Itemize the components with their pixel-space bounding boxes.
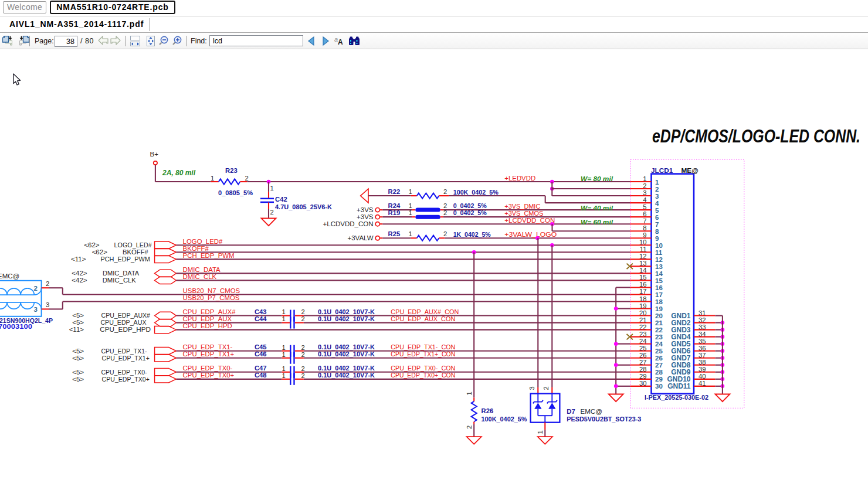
svg-text:0.1U_0402_10V7-K: 0.1U_0402_10V7-K xyxy=(318,372,375,379)
svg-text:1: 1 xyxy=(409,230,412,237)
svg-text:41: 41 xyxy=(699,380,706,387)
svg-text:25: 25 xyxy=(655,348,663,355)
svg-text:R24: R24 xyxy=(388,202,401,209)
svg-text:<5>: <5> xyxy=(72,312,84,319)
svg-text:2: 2 xyxy=(301,315,305,322)
svg-text:PESD5V0U2BT_SOT23-3: PESD5V0U2BT_SOT23-3 xyxy=(567,416,641,423)
svg-text:1: 1 xyxy=(270,185,274,192)
svg-text:ME@: ME@ xyxy=(681,166,699,175)
svg-text:+3VALW_LOGO: +3VALW_LOGO xyxy=(504,231,557,238)
svg-text:CPU_EDP_HPD: CPU_EDP_HPD xyxy=(100,326,151,333)
svg-text:4: 4 xyxy=(655,200,659,207)
svg-text:7: 7 xyxy=(643,217,646,224)
svg-text:CPU_EDP_TX0-: CPU_EDP_TX0- xyxy=(183,365,233,372)
svg-text:C43: C43 xyxy=(255,308,267,315)
svg-text:+3VS_CMOS: +3VS_CMOS xyxy=(504,210,543,217)
svg-text:R19: R19 xyxy=(388,209,401,216)
svg-text:+LCDVDD_CON: +LCDVDD_CON xyxy=(504,217,555,224)
svg-text:1: 1 xyxy=(282,351,286,358)
svg-text:35: 35 xyxy=(699,338,706,345)
svg-text:CPU_EDP_TX0-_CON: CPU_EDP_TX0-_CON xyxy=(391,365,455,372)
svg-text:R25: R25 xyxy=(388,230,401,237)
svg-text:0_0402_5%: 0_0402_5% xyxy=(453,209,487,216)
svg-text:18: 18 xyxy=(655,298,663,305)
svg-text:22: 22 xyxy=(655,326,663,333)
svg-text:CPU_EDP_TX1+_CON: CPU_EDP_TX1+_CON xyxy=(391,350,455,358)
svg-text:32: 32 xyxy=(699,316,706,324)
svg-text:33: 33 xyxy=(699,324,706,331)
svg-text:7: 7 xyxy=(655,221,659,228)
svg-text:JLCD1: JLCD1 xyxy=(651,166,673,175)
svg-text:CPU_EDP_AUX#_CON: CPU_EDP_AUX#_CON xyxy=(391,308,459,315)
svg-text:6: 6 xyxy=(643,210,646,217)
svg-text:EMC@: EMC@ xyxy=(0,273,19,280)
svg-text:R22: R22 xyxy=(388,188,401,195)
svg-text:GND11: GND11 xyxy=(667,382,691,390)
svg-text:6: 6 xyxy=(655,214,659,221)
svg-text:4.7U_0805_25V6-K: 4.7U_0805_25V6-K xyxy=(275,203,333,210)
svg-text:CPU_EDP_AUX: CPU_EDP_AUX xyxy=(183,315,232,322)
svg-text:9: 9 xyxy=(655,235,659,242)
svg-text:12: 12 xyxy=(655,256,663,263)
svg-text:2: 2 xyxy=(34,285,38,292)
svg-text:31: 31 xyxy=(699,309,706,316)
svg-text:10: 10 xyxy=(655,242,663,249)
svg-text:1: 1 xyxy=(282,365,286,372)
svg-text:BKOFF#: BKOFF# xyxy=(123,248,148,256)
svg-text:CPU_EDP_HPD: CPU_EDP_HPD xyxy=(183,322,232,329)
svg-text:26: 26 xyxy=(639,352,647,359)
svg-text:3: 3 xyxy=(34,306,38,313)
svg-text:1: 1 xyxy=(466,392,473,395)
svg-text:CPU_EDP_TX0+: CPU_EDP_TX0+ xyxy=(102,376,150,383)
svg-text:CPU_EDP_TX1+: CPU_EDP_TX1+ xyxy=(183,350,235,358)
svg-text:27: 27 xyxy=(655,362,663,369)
svg-text:13: 13 xyxy=(655,263,663,270)
svg-text:17: 17 xyxy=(655,291,663,298)
svg-text:0.1U_0402_10V7-K: 0.1U_0402_10V7-K xyxy=(318,343,375,350)
svg-text:24: 24 xyxy=(655,341,663,348)
svg-text:USB20_P7_CMOS: USB20_P7_CMOS xyxy=(183,294,240,301)
svg-text:PCH_EDP_PWM: PCH_EDP_PWM xyxy=(183,252,235,259)
svg-text:20: 20 xyxy=(655,312,663,319)
svg-text:CPU_EDP_TX1-: CPU_EDP_TX1- xyxy=(101,348,147,355)
svg-text:2: 2 xyxy=(466,425,473,429)
svg-text:1: 1 xyxy=(537,430,544,434)
svg-text:CPU_EDP_AUX#: CPU_EDP_AUX# xyxy=(183,308,236,315)
svg-text:1: 1 xyxy=(655,179,659,186)
svg-text:<5>: <5> xyxy=(72,319,84,326)
svg-text:C47: C47 xyxy=(255,365,267,372)
svg-text:16: 16 xyxy=(639,281,647,288)
svg-text:W= 60 mil: W= 60 mil xyxy=(581,219,613,226)
svg-text:0_0805_5%: 0_0805_5% xyxy=(218,189,253,196)
svg-text:CPU_EDP_TX0+_CON: CPU_EDP_TX0+_CON xyxy=(391,372,455,379)
svg-text:100K_0402_5%: 100K_0402_5% xyxy=(482,416,527,423)
svg-text:R23: R23 xyxy=(225,167,238,174)
svg-text:<42>: <42> xyxy=(72,270,87,277)
svg-text:27: 27 xyxy=(639,359,647,366)
svg-text:BKOFF#: BKOFF# xyxy=(183,245,209,252)
svg-text:eDP/CMOS/LOGO-LED CONN.: eDP/CMOS/LOGO-LED CONN. xyxy=(652,125,860,147)
svg-text:3: 3 xyxy=(528,386,535,390)
svg-text:29: 29 xyxy=(655,376,663,383)
svg-text:A: A xyxy=(338,38,343,46)
svg-text:23: 23 xyxy=(639,331,647,338)
svg-text:0_0402_5%: 0_0402_5% xyxy=(453,202,487,209)
svg-text:2: 2 xyxy=(443,209,447,216)
svg-text:C44: C44 xyxy=(255,315,267,322)
svg-text:C45: C45 xyxy=(255,343,267,350)
svg-text:C46: C46 xyxy=(255,350,267,358)
svg-text:I-PEX_20525-030E-02: I-PEX_20525-030E-02 xyxy=(645,393,708,401)
svg-text:1: 1 xyxy=(409,209,412,216)
svg-text:+3VS: +3VS xyxy=(357,213,374,220)
svg-text:DMIC_CLK: DMIC_CLK xyxy=(183,273,217,280)
svg-text:DMIC_DATA: DMIC_DATA xyxy=(183,266,221,273)
svg-text:13: 13 xyxy=(639,260,647,267)
svg-text:38: 38 xyxy=(699,359,706,366)
svg-text:W= 40 mil: W= 40 mil xyxy=(581,205,613,212)
svg-text:R26: R26 xyxy=(482,407,494,414)
svg-text:+3VS: +3VS xyxy=(357,206,374,213)
svg-text:37: 37 xyxy=(699,352,706,359)
svg-text:21: 21 xyxy=(655,319,663,326)
svg-text:11: 11 xyxy=(640,246,647,253)
svg-text:CPU_EDP_AUX#: CPU_EDP_AUX# xyxy=(101,312,151,319)
